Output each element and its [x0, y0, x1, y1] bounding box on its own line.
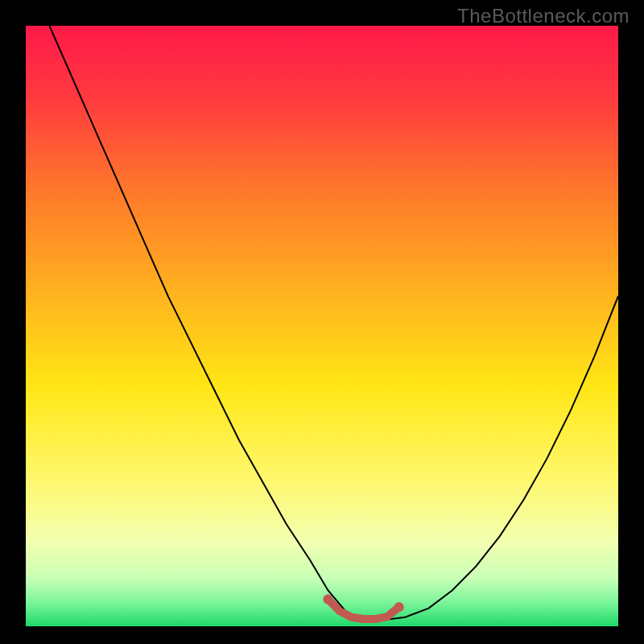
marker-dot	[323, 594, 332, 604]
watermark-text: TheBottleneck.com	[457, 5, 630, 27]
marker-dot	[394, 602, 404, 612]
plot-background	[26, 26, 618, 626]
bottleneck-plot	[26, 26, 618, 626]
chart-frame: TheBottleneck.com	[0, 0, 644, 644]
